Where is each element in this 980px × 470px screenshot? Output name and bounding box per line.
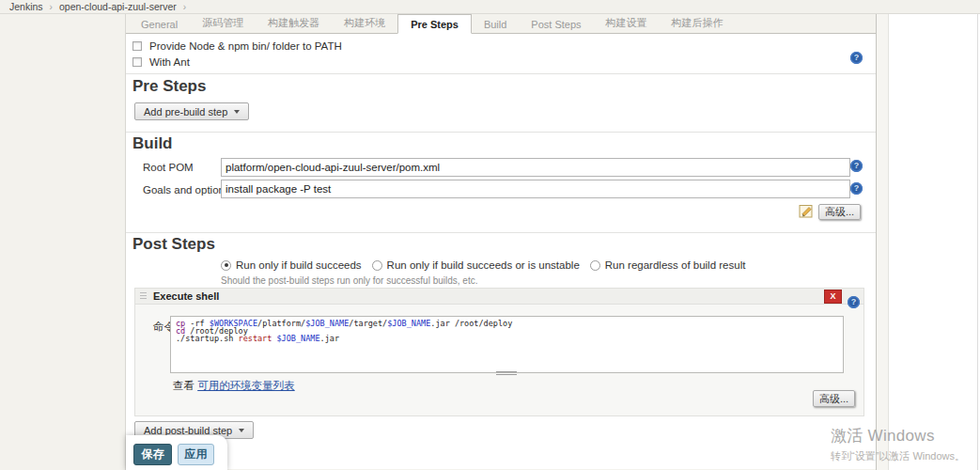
help-icon[interactable]: ? — [850, 160, 863, 172]
checkbox-label: With Ant — [149, 56, 190, 68]
checkbox-icon[interactable] — [132, 41, 142, 51]
radio-label: Run regardless of build result — [605, 259, 746, 271]
tab-post-steps[interactable]: Post Steps — [519, 15, 593, 33]
checkbox-row[interactable]: Provide Node & npm bin/ folder to PATH — [132, 38, 342, 54]
tab-构建触发器[interactable]: 构建触发器 — [256, 12, 332, 33]
post-steps-run-condition: Run only if build succeedsRun only if bu… — [221, 259, 755, 271]
build-env-checkboxes: Provide Node & npm bin/ folder to PATHWi… — [132, 38, 342, 70]
help-icon[interactable]: ? — [850, 52, 863, 64]
tab-general[interactable]: General — [129, 15, 190, 33]
apply-button[interactable]: 应用 — [178, 444, 214, 465]
breadcrumb-separator-icon: › — [183, 2, 186, 12]
checkbox-row[interactable]: With Ant — [132, 54, 342, 70]
left-gutter — [0, 14, 125, 470]
tab-构建环境[interactable]: 构建环境 — [332, 12, 397, 33]
tab-pre-steps[interactable]: Pre Steps — [397, 14, 472, 34]
checkbox-label: Provide Node & npm bin/ folder to PATH — [149, 40, 342, 52]
scrollbar-track[interactable] — [877, 14, 889, 470]
add-pre-build-step-button[interactable]: Add pre-build step — [134, 102, 249, 120]
goals-label: Goals and options — [143, 184, 230, 196]
section-divider — [126, 73, 876, 74]
goals-input[interactable] — [221, 180, 850, 198]
radio-option[interactable]: Run regardless of build result — [590, 259, 746, 271]
post-steps-hint: Should the post-build steps run only for… — [221, 275, 477, 286]
env-vars-row: 查看 可用的环境变量列表 — [173, 379, 295, 393]
breadcrumb: Jenkins›open-cloud-api-zuul-server› — [0, 0, 980, 14]
section-divider — [126, 132, 876, 133]
tab-build[interactable]: Build — [472, 15, 519, 33]
breadcrumb-item[interactable]: open-cloud-api-zuul-server — [59, 1, 177, 12]
build-heading: Build — [132, 134, 173, 153]
help-icon[interactable]: ? — [848, 296, 860, 308]
execute-shell-header: Execute shell X — [135, 289, 863, 305]
radio-option[interactable]: Run only if build succeeds or is unstabl… — [372, 259, 580, 271]
radio-icon[interactable] — [221, 260, 231, 271]
radio-label: Run only if build succeeds or is unstabl… — [387, 259, 580, 271]
code-line: cp -rf $WORKSPACE/platform/$JOB_NAME/tar… — [176, 320, 838, 327]
pre-steps-heading: Pre Steps — [132, 77, 206, 96]
env-vars-link[interactable]: 可用的环境变量列表 — [197, 380, 295, 391]
radio-icon[interactable] — [590, 260, 600, 271]
add-post-build-step-label: Add post-build step — [144, 425, 232, 436]
tab-content: Provide Node & npm bin/ folder to PATHWi… — [126, 34, 876, 469]
section-divider — [126, 232, 876, 233]
breadcrumb-item[interactable]: Jenkins — [9, 1, 43, 12]
delete-step-button[interactable]: X — [824, 290, 842, 304]
post-steps-heading: Post Steps — [132, 235, 215, 254]
add-pre-build-step-label: Add pre-build step — [144, 106, 227, 118]
execute-shell-title: Execute shell — [153, 290, 219, 302]
help-icon[interactable]: ? — [850, 182, 863, 195]
chevron-down-icon — [234, 110, 240, 114]
tab-源码管理[interactable]: 源码管理 — [190, 12, 256, 33]
view-text: 查看 — [173, 380, 194, 391]
chevron-down-icon — [239, 429, 244, 432]
radio-label: Run only if build succeeds — [236, 259, 362, 271]
shell-command-editor[interactable]: cp -rf $WORKSPACE/platform/$JOB_NAME/tar… — [170, 316, 844, 373]
config-panel: General源码管理构建触发器构建环境Pre StepsBuildPost S… — [125, 14, 877, 470]
radio-option[interactable]: Run only if build succeeds — [221, 259, 362, 271]
root-pom-input[interactable] — [221, 158, 850, 177]
root-pom-label: Root POM — [143, 162, 194, 173]
window-edge-divider — [977, 0, 978, 470]
build-advanced-button[interactable]: 高级... — [818, 204, 861, 220]
note-edit-icon[interactable] — [799, 204, 815, 219]
tab-构建设置[interactable]: 构建设置 — [594, 12, 660, 33]
drag-handle-icon[interactable] — [140, 292, 147, 301]
code-line: ./startup.sh restart $JOB_NAME.jar — [176, 335, 838, 342]
save-button[interactable]: 保存 — [133, 444, 172, 465]
tab-bar: General源码管理构建触发器构建环境Pre StepsBuildPost S… — [126, 14, 876, 34]
breadcrumb-separator-icon: › — [50, 2, 53, 12]
checkbox-icon[interactable] — [132, 57, 142, 67]
save-bar: 保存 应用 — [126, 435, 227, 470]
shell-advanced-button[interactable]: 高级... — [813, 390, 855, 407]
tab-构建后操作[interactable]: 构建后操作 — [660, 12, 736, 33]
execute-shell-step: Execute shell X ? 命令 cp -rf $WORKSPACE/p… — [134, 288, 864, 416]
radio-icon[interactable] — [372, 260, 382, 271]
resize-grip[interactable] — [496, 371, 517, 375]
